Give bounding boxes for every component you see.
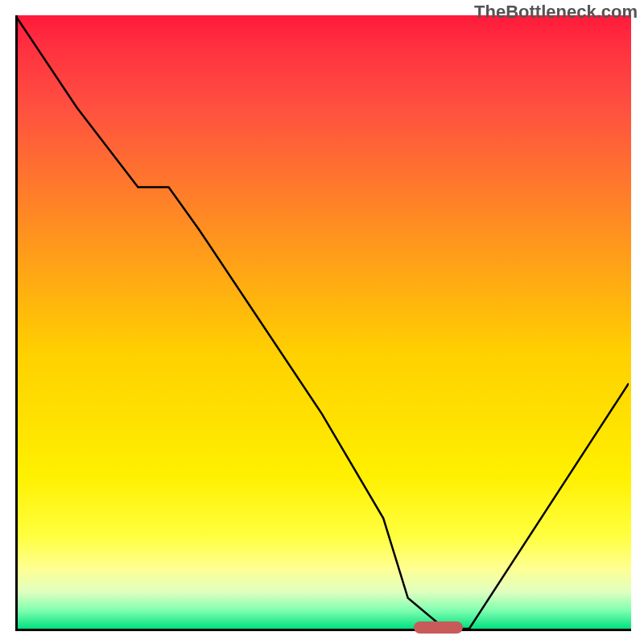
optimal-marker [414, 621, 463, 634]
bottleneck-curve [15, 15, 629, 629]
watermark-text: TheBottleneck.com [474, 2, 638, 23]
chart-container: TheBottleneck.com [0, 0, 644, 644]
